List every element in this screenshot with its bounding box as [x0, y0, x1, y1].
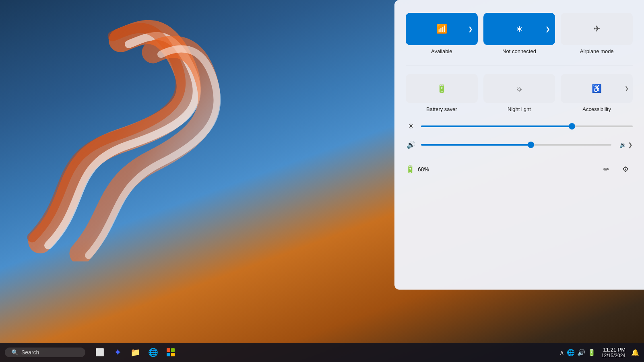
brightness-slider[interactable]: [421, 125, 633, 127]
volume-extra-icon: 🔉: [619, 142, 626, 148]
notification-icon[interactable]: 🔔: [631, 349, 639, 356]
divider-1: [406, 66, 633, 66]
volume-extra-controls: 🔉 ❯: [619, 142, 633, 148]
taskbar-icons: ⬜ ✦ 📁 🌐: [92, 344, 179, 360]
accessibility-button[interactable]: ♿ ❯: [561, 74, 633, 103]
volume-slider[interactable]: [421, 144, 611, 146]
battery-saver-label: Battery saver: [426, 106, 457, 112]
airplane-tile: ✈ Airplane mode: [561, 13, 633, 54]
night-light-icon: ☼: [516, 84, 523, 93]
edge-browser-button[interactable]: 🌐: [145, 344, 161, 360]
airplane-button[interactable]: ✈: [561, 13, 633, 45]
search-icon: 🔍: [11, 349, 18, 356]
bottom-actions: ✏ ⚙: [599, 162, 633, 177]
bluetooth-label: Not connected: [502, 48, 536, 54]
windows-store-button[interactable]: [163, 344, 179, 360]
quick-settings-top-row: 📶 ❯ Available ∗ ❯ Not connected ✈ Airpla…: [406, 13, 633, 54]
windows-logo-icon: [167, 348, 175, 356]
quick-settings-second-row: 🔋 Battery saver ☼ Night light ♿ ❯ Access…: [406, 74, 633, 112]
settings-button[interactable]: ⚙: [618, 162, 633, 177]
accessibility-chevron-icon: ❯: [625, 86, 629, 91]
brightness-slider-row: ☀: [406, 122, 633, 131]
volume-expand-chevron-icon[interactable]: ❯: [628, 142, 633, 148]
accessibility-tile: ♿ ❯ Accessibility: [561, 74, 633, 112]
battery-row: 🔋 68% ✏ ⚙: [406, 162, 633, 177]
battery-saver-button[interactable]: 🔋: [406, 74, 478, 103]
wifi-label: Available: [431, 48, 452, 54]
brightness-slider-container: [421, 122, 633, 130]
clock-date: 12/15/2024: [601, 353, 625, 358]
gear-icon: ⚙: [622, 165, 629, 174]
wifi-button[interactable]: 📶 ❯: [406, 13, 478, 45]
clock-area[interactable]: 11:21 PM 12/15/2024: [599, 347, 628, 358]
airplane-label: Airplane mode: [580, 48, 614, 54]
accessibility-icon: ♿: [592, 84, 602, 93]
task-view-button[interactable]: ⬜: [92, 344, 108, 360]
pencil-icon: ✏: [603, 165, 609, 174]
file-explorer-icon: 📁: [130, 348, 140, 357]
network-tray-icon[interactable]: 🌐: [567, 349, 575, 356]
copilot-icon: ✦: [114, 348, 121, 357]
accessibility-label: Accessibility: [582, 106, 611, 112]
volume-slider-row: 🔊 🔉 ❯: [406, 140, 633, 149]
brightness-icon: ☀: [406, 122, 416, 131]
system-tray: ∧ 🌐 🔊 🔋: [559, 349, 596, 356]
quick-settings-panel: 📶 ❯ Available ∗ ❯ Not connected ✈ Airpla…: [394, 0, 644, 290]
tray-expand-icon[interactable]: ∧: [559, 349, 564, 356]
battery-status-icon: 🔋: [406, 165, 415, 174]
wifi-icon: 📶: [436, 24, 447, 34]
battery-tray-icon[interactable]: 🔋: [588, 349, 596, 356]
copilot-button[interactable]: ✦: [109, 344, 126, 360]
volume-icon: 🔊: [406, 140, 416, 149]
night-light-button[interactable]: ☼: [483, 74, 555, 103]
night-light-label: Night light: [508, 106, 531, 112]
taskbar-right: ∧ 🌐 🔊 🔋 11:21 PM 12/15/2024 🔔: [559, 347, 639, 358]
battery-info: 🔋 68%: [406, 165, 429, 174]
bluetooth-icon: ∗: [516, 24, 523, 34]
bluetooth-chevron-icon: ❯: [545, 26, 550, 32]
battery-percentage: 68%: [418, 166, 429, 173]
bluetooth-tile: ∗ ❯ Not connected: [483, 13, 555, 54]
sound-tray-icon[interactable]: 🔊: [577, 349, 585, 356]
file-explorer-button[interactable]: 📁: [127, 344, 143, 360]
airplane-icon: ✈: [593, 24, 601, 34]
night-light-tile: ☼ Night light: [483, 74, 555, 112]
battery-saver-tile: 🔋 Battery saver: [406, 74, 478, 112]
search-text: Search: [21, 349, 39, 356]
taskbar: 🔍 Search ⬜ ✦ 📁 🌐: [0, 343, 644, 362]
battery-saver-icon: 🔋: [437, 84, 447, 93]
wifi-tile: 📶 ❯ Available: [406, 13, 478, 54]
edit-quick-settings-button[interactable]: ✏: [599, 162, 613, 177]
wifi-chevron-icon: ❯: [468, 26, 473, 32]
ribbon-decoration: [0, 0, 330, 261]
task-view-icon: ⬜: [95, 348, 104, 357]
clock-time: 11:21 PM: [603, 347, 625, 353]
search-bar[interactable]: 🔍 Search: [5, 348, 85, 357]
volume-slider-container: [421, 141, 611, 149]
edge-icon: 🌐: [148, 348, 158, 357]
bluetooth-button[interactable]: ∗ ❯: [483, 13, 555, 45]
